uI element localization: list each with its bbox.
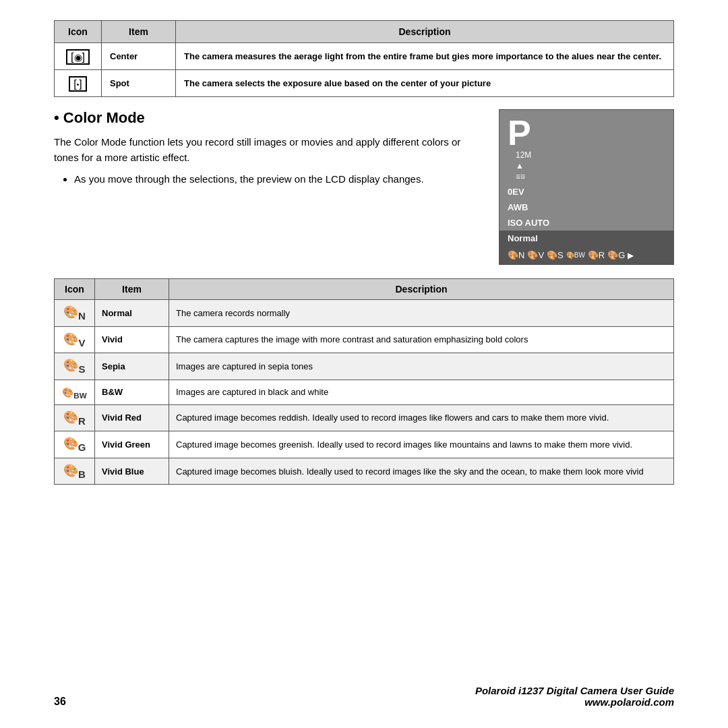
table-row: 🎨R Vivid Red Captured image becomes redd…: [55, 404, 674, 431]
color-mode-bullets: As you move through the selections, the …: [54, 172, 485, 187]
vivid-green-icon: 🎨G: [55, 431, 95, 458]
footer-title: Polaroid i1237 Digital Camera User Guide…: [475, 685, 674, 708]
vivid-red-icon: 🎨R: [55, 404, 95, 431]
spot-desc: The camera selects the exposure alue bas…: [176, 70, 674, 97]
sepia-item: Sepia: [95, 353, 169, 380]
page: Icon Item Description [◉] Center The cam…: [0, 0, 728, 728]
footer-title-line1: Polaroid i1237 Digital Camera User Guide: [475, 685, 674, 696]
camera-mode-p: P: [508, 115, 665, 150]
footer-url: www.polaroid.com: [475, 696, 674, 708]
bottom-table-header-item: Item: [95, 279, 169, 300]
vivid-desc: The camera captures the image with more …: [169, 326, 674, 353]
vivid-red-desc: Captured image becomes reddish. Ideally …: [169, 404, 674, 431]
cam-icon-bw: 🎨BW: [566, 251, 585, 259]
cam-icon-r: 🎨R: [588, 250, 605, 260]
normal-item: Normal: [95, 300, 169, 327]
vivid-item: Vivid: [95, 326, 169, 353]
cam-icon-n: 🎨N: [508, 250, 524, 260]
bw-icon: 🎨BW: [55, 380, 95, 404]
vivid-green-desc: Captured image becomes greenish. Ideally…: [169, 431, 674, 458]
table-row: 🎨B Vivid Blue Captured image becomes blu…: [55, 458, 674, 485]
color-mode-body: The Color Mode function lets you record …: [54, 135, 485, 165]
camera-panel-top: P 12M ▲ ≡≡: [499, 110, 673, 184]
spot-icon: [•]: [55, 70, 102, 97]
camera-ui-panel: P 12M ▲ ≡≡ 0EV AWB ISO AUTO Normal 🎨N 🎨V…: [499, 109, 674, 265]
sepia-icon: 🎨S: [55, 353, 95, 380]
table-row: [•] Spot The camera selects the exposure…: [55, 70, 674, 97]
table-row: [◉] Center The camera measures the aerag…: [55, 43, 674, 70]
vivid-blue-item: Vivid Blue: [95, 458, 169, 485]
top-table-header-icon: Icon: [55, 21, 102, 43]
cam-icon-v: 🎨V: [527, 250, 544, 260]
vivid-red-item: Vivid Red: [95, 404, 169, 431]
center-desc: The camera measures the aerage light fro…: [176, 43, 674, 70]
page-number: 36: [54, 696, 66, 708]
camera-menu-items: 0EV AWB ISO AUTO Normal: [499, 184, 673, 246]
vivid-green-item: Vivid Green: [95, 431, 169, 458]
bottom-table-header-icon: Icon: [55, 279, 95, 300]
center-icon: [◉]: [55, 43, 102, 70]
cam-icon-g: 🎨G: [607, 250, 625, 260]
table-row: 🎨V Vivid The camera captures the image w…: [55, 326, 674, 353]
upload-icon: ▲: [516, 161, 657, 171]
megapixels-label: 12M: [516, 150, 657, 160]
camera-normal-item[interactable]: Normal: [499, 231, 673, 246]
camera-awb-item: AWB: [499, 200, 673, 215]
camera-ev-item: 0EV: [499, 184, 673, 200]
stack-icon: ≡≡: [516, 172, 657, 181]
color-mode-title: Color Mode: [54, 109, 485, 127]
center-item: Center: [102, 43, 176, 70]
normal-icon: 🎨N: [55, 300, 95, 327]
sepia-desc: Images are captured in sepia tones: [169, 353, 674, 380]
normal-desc: The camera records normally: [169, 300, 674, 327]
top-metering-table: Icon Item Description [◉] Center The cam…: [54, 20, 674, 97]
camera-selected-mode-text: Normal: [508, 233, 538, 243]
bw-item: B&W: [95, 380, 169, 404]
color-mode-section: Color Mode The Color Mode function lets …: [54, 109, 674, 265]
color-mode-table: Icon Item Description 🎨N Normal The came…: [54, 278, 674, 485]
table-row: 🎨G Vivid Green Captured image becomes gr…: [55, 431, 674, 458]
bullet-item: As you move through the selections, the …: [74, 172, 485, 187]
camera-icons-row: 12M ▲ ≡≡: [508, 150, 665, 181]
table-row: 🎨S Sepia Images are captured in sepia to…: [55, 353, 674, 380]
cam-icon-s: 🎨S: [547, 250, 564, 260]
vivid-blue-icon: 🎨B: [55, 458, 95, 485]
top-table-header-item: Item: [102, 21, 176, 43]
camera-bottom-row: 🎨N 🎨V 🎨S 🎨BW 🎨R 🎨G ▶: [499, 246, 673, 264]
bw-desc: Images are captured in black and white: [169, 380, 674, 404]
vivid-icon: 🎨V: [55, 326, 95, 353]
top-table-header-desc: Description: [176, 21, 674, 43]
footer: 36 Polaroid i1237 Digital Camera User Gu…: [54, 677, 674, 708]
spot-item: Spot: [102, 70, 176, 97]
table-row: 🎨BW B&W Images are captured in black and…: [55, 380, 674, 404]
camera-iso-item: ISO AUTO: [499, 215, 673, 231]
bottom-table-header-desc: Description: [169, 279, 674, 300]
arrow-right-icon: ▶: [628, 251, 634, 260]
table-row: 🎨N Normal The camera records normally: [55, 300, 674, 327]
vivid-blue-desc: Captured image becomes bluish. Ideally u…: [169, 458, 674, 485]
color-mode-text: Color Mode The Color Mode function lets …: [54, 109, 485, 265]
